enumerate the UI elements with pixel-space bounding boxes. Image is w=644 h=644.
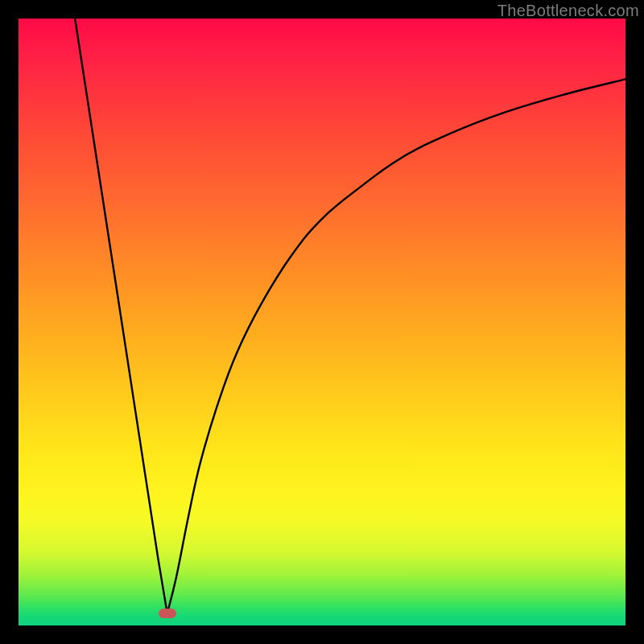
watermark-text: TheBottleneck.com bbox=[497, 2, 639, 20]
chart-frame: TheBottleneck.com bbox=[0, 0, 644, 644]
plot-area bbox=[19, 19, 625, 625]
minimum-marker bbox=[159, 609, 176, 618]
bottleneck-curve bbox=[75, 19, 625, 613]
curve-layer bbox=[19, 19, 625, 625]
